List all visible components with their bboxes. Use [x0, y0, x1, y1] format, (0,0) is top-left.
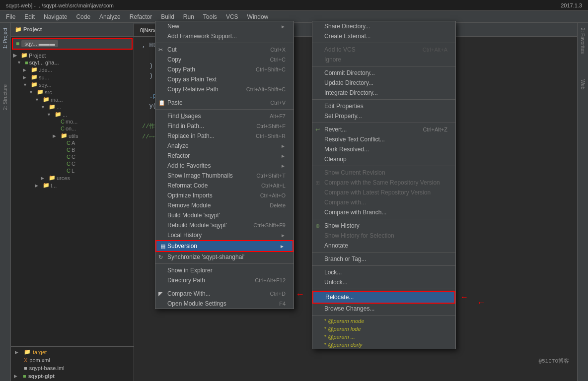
ctx-dir-path[interactable]: Directory Path Ctrl+Alt+F12 [155, 275, 294, 285]
ctx-copy-path[interactable]: Copy Path Ctrl+Shift+C [155, 64, 294, 74]
ctx-build-module[interactable]: Build Module 'sqypt' [155, 210, 294, 220]
ctx-copy-relative[interactable]: Copy Relative Path Ctrl+Alt+Shift+C [155, 84, 294, 94]
tree-item-urces[interactable]: ▶ 📁 urces [11, 174, 134, 182]
menu-file[interactable]: File [2, 12, 19, 21]
right-tab-favorites[interactable]: 2: Favorites [579, 25, 587, 57]
tree-item-main[interactable]: ▼ 📁 ma... [11, 96, 134, 103]
vcs-lock[interactable]: Lock... [312, 267, 455, 277]
menu-code[interactable]: Code [72, 12, 94, 21]
vcs-unlock[interactable]: Unlock... [312, 277, 455, 287]
ctx-replace-path[interactable]: Replace in Path... Ctrl+Shift+R [155, 131, 294, 141]
vcs-set-prop[interactable]: Set Property... [312, 111, 455, 121]
folder-icon-urces: 📁 [49, 175, 56, 181]
tree-item-pkg[interactable]: ▼ 📁 ... [11, 111, 134, 118]
ctx-find-path[interactable]: Find in Path... Ctrl+Shift+F [155, 121, 294, 131]
ctx-paste[interactable]: 📋 Paste Ctrl+V [155, 98, 294, 108]
tree-item-sqy2[interactable]: ▼ 📁 sqy... [11, 81, 134, 88]
menu-tools[interactable]: Tools [199, 12, 221, 21]
vcs-mark-resolved[interactable]: Mark Resolved... [312, 144, 455, 154]
tree-item-cb[interactable]: C B [11, 146, 134, 153]
vcs-edit-props[interactable]: Edit Properties [312, 101, 455, 111]
ctx-add-favorites[interactable]: Add to Favorites ► [155, 161, 294, 171]
ctx-find-usages[interactable]: Find Usages Alt+F7 [155, 111, 294, 121]
menu-edit[interactable]: Edit [20, 12, 39, 21]
vcs-commit-dir[interactable]: Commit Directory... [312, 68, 455, 78]
module-icon-glpt: ■ [23, 373, 26, 379]
vcs-show-history[interactable]: ⊛ Show History [312, 221, 455, 231]
file-item-iml[interactable]: ■ sqypt-base.iml [13, 364, 132, 372]
menu-refactor[interactable]: Refactor [126, 12, 156, 21]
ctx-analyze[interactable]: Analyze ► [155, 141, 294, 151]
ctx-compare-with[interactable]: ◤ Compare With... Ctrl+D [155, 289, 294, 299]
ctx-show-explorer[interactable]: Show in Explorer [155, 265, 294, 275]
tree-item-sub1[interactable]: ▶ 📁 su... [11, 73, 134, 81]
vcs-integrate-dir[interactable]: Integrate Directory... [312, 88, 455, 98]
vcs-compare-same[interactable]: ⊞ Compare with the Same Repository Versi… [312, 178, 455, 188]
vcs-annotate[interactable]: Annotate [312, 241, 455, 251]
vcs-sep7 [312, 252, 455, 253]
ctx-copy[interactable]: Copy Ctrl+C [155, 55, 294, 64]
project-root-row[interactable]: ■ sqy... ▬▬▬ [12, 38, 133, 50]
tree-item-project[interactable]: ▶ 📁 Project [11, 52, 134, 59]
ctx-refactor[interactable]: Refactor ► [155, 151, 294, 161]
vcs-compare-branch[interactable]: Compare with Branch... [312, 207, 455, 217]
menu-build[interactable]: Build [157, 12, 178, 21]
ctx-module-settings[interactable]: Open Module Settings F4 [155, 299, 294, 309]
tree-item-sqypt-root[interactable]: ▼ ■ sqyt... gha... [11, 59, 134, 66]
menu-vcs[interactable]: VCS [222, 12, 242, 21]
ctx-subversion[interactable]: ▤ Subversion ► [155, 240, 294, 252]
vcs-ignore[interactable]: Ignore [312, 55, 455, 64]
vcs-add-to-vcs[interactable]: Add to VCS Ctrl+Alt+A [312, 45, 455, 55]
vcs-show-revision[interactable]: Show Current Revision [312, 168, 455, 178]
ctx-cut[interactable]: ✂ Cut Ctrl+X [155, 45, 294, 55]
sidebar-tab-project[interactable]: 1: Project [1, 25, 9, 52]
file-item-target[interactable]: ▶ 📁 target [13, 348, 132, 356]
tree-item-t[interactable]: ▶ 📁 t... [11, 182, 134, 189]
ctx-add-framework[interactable]: Add Framework Support... [155, 31, 294, 41]
tree-item-on[interactable]: C on... [11, 125, 134, 132]
tree-item-cl[interactable]: C L [11, 167, 134, 174]
vcs-revert[interactable]: ↩ Revert... Ctrl+Alt+Z [312, 125, 455, 134]
tree-item-glpt[interactable]: ▶ ■ sqypt-glpt [13, 372, 132, 380]
vcs-compare-with[interactable]: Compare with... [312, 197, 455, 207]
tree-item-cc1[interactable]: C C [11, 153, 134, 160]
vcs-browse-changes[interactable]: Browse Changes... [312, 304, 455, 314]
right-tab-web[interactable]: Web [579, 76, 587, 92]
file-item-pom[interactable]: X pom.xml [13, 356, 132, 364]
tree-item-ca[interactable]: C A [11, 139, 134, 146]
vcs-submenu[interactable]: Share Directory... Create External... Ad… [312, 21, 456, 349]
vcs-relocate[interactable]: Relocate... ← [312, 291, 455, 304]
compare-icon: ◤ [158, 291, 162, 297]
vcs-sep5 [312, 166, 455, 166]
vcs-share-dir[interactable]: Share Directory... [312, 21, 455, 31]
ctx-local-history[interactable]: Local History ► [155, 230, 294, 240]
vcs-compare-latest[interactable]: Compare with Latest Repository Version [312, 188, 455, 197]
menu-run[interactable]: Run [179, 12, 198, 21]
vcs-update-dir[interactable]: Update Directory... [312, 78, 455, 88]
tree-item-src[interactable]: ▼ 📁 src [11, 88, 134, 96]
menu-window[interactable]: Window [243, 12, 273, 21]
tree-item-idea[interactable]: ▶ 📁 .ide... [11, 66, 134, 73]
menu-analyze[interactable]: Analyze [95, 12, 125, 21]
ctx-new[interactable]: New ► [155, 21, 294, 31]
folder-icon-src: 📁 [37, 89, 44, 95]
tree-item-java[interactable]: ▼ 📁 ... [11, 103, 134, 111]
ctx-synchronize[interactable]: ↻ Synchronize 'sqypt-shanghai' [155, 252, 294, 262]
main-context-menu[interactable]: New ► Add Framework Support... ✂ Cut Ctr… [155, 21, 294, 309]
sidebar-tab-structure[interactable]: 2: Structure [1, 81, 9, 113]
vcs-branch-tag[interactable]: Branch or Tag... [312, 254, 455, 264]
vcs-cleanup[interactable]: Cleanup [312, 154, 455, 164]
ctx-thumbnails[interactable]: Show Image Thumbnails Ctrl+Shift+T [155, 171, 294, 181]
ctx-optimize[interactable]: Optimize Imports Ctrl+Alt+O [155, 190, 294, 200]
vcs-create-external[interactable]: Create External... [312, 31, 455, 41]
ctx-copy-plain[interactable]: Copy as Plain Text [155, 74, 294, 84]
ctx-reformat[interactable]: Reformat Code Ctrl+Alt+L [155, 181, 294, 190]
menu-navigate[interactable]: Navigate [40, 12, 71, 21]
ctx-rebuild-module[interactable]: Rebuild Module 'sqypt' Ctrl+Shift+F9 [155, 220, 294, 230]
tree-item-utils[interactable]: ▶ 📁 utils [11, 132, 134, 139]
ctx-remove-module[interactable]: Remove Module Delete [155, 200, 294, 210]
vcs-show-history-sel[interactable]: Show History for Selection [312, 231, 455, 241]
vcs-resolve-conflict[interactable]: Resolve Text Conflict... [312, 134, 455, 144]
tree-item-mo[interactable]: C mo... [11, 118, 134, 125]
tree-item-cc2[interactable]: C C [11, 160, 134, 167]
